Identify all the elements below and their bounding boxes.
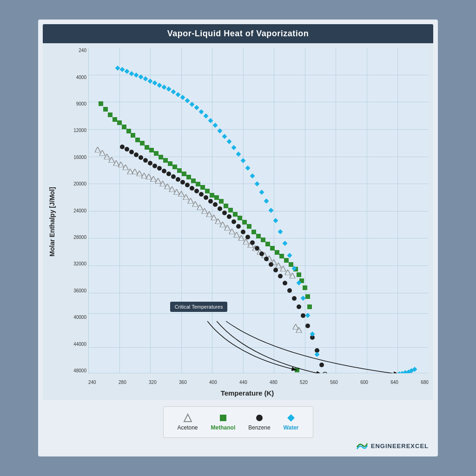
svg-rect-58 (159, 155, 163, 159)
svg-rect-66 (196, 182, 200, 186)
svg-rect-70 (214, 195, 219, 200)
data-point (199, 190, 204, 198)
plot-area-wrapper: Critical Temperatures (88, 43, 433, 378)
data-point (275, 248, 279, 257)
data-point (112, 115, 117, 124)
data-point (303, 284, 307, 292)
svg-point-95 (125, 147, 129, 152)
data-point (261, 236, 265, 244)
data-point (296, 279, 301, 287)
y-axis-label: Molar Enthalpy [J/Mol] (48, 187, 56, 256)
data-point (129, 148, 134, 156)
svg-marker-170 (259, 190, 264, 195)
data-point (287, 286, 292, 295)
svg-point-122 (250, 240, 255, 245)
data-point (305, 292, 310, 301)
data-point (145, 143, 149, 152)
data-point (120, 143, 125, 151)
svg-point-128 (278, 274, 283, 278)
data-point (282, 239, 287, 248)
svg-point-101 (152, 164, 157, 168)
svg-marker-177 (291, 266, 297, 271)
svg-rect-72 (224, 204, 228, 208)
data-point (208, 197, 213, 205)
chart-container: Vapor-Liquid Heat of Vaporization Molar … (38, 20, 438, 456)
svg-rect-71 (219, 199, 224, 204)
svg-rect-45 (99, 101, 103, 106)
data-point (412, 365, 417, 373)
data-point (143, 156, 148, 165)
svg-point-121 (245, 235, 250, 239)
svg-marker-178 (296, 280, 301, 285)
data-point (162, 167, 166, 175)
svg-rect-74 (233, 212, 238, 217)
svg-marker-166 (240, 158, 245, 163)
svg-point-130 (287, 288, 292, 293)
svg-point-107 (180, 180, 185, 185)
data-point (250, 238, 255, 247)
svg-rect-92 (307, 304, 312, 309)
data-point (171, 172, 176, 181)
data-point (287, 251, 292, 260)
data-point (291, 264, 297, 273)
data-point (270, 244, 275, 252)
data-point (278, 228, 283, 236)
svg-marker-174 (278, 229, 283, 234)
legend-icon-benzene (255, 413, 264, 423)
data-point (131, 131, 135, 139)
svg-marker-193 (287, 414, 295, 422)
data-point (264, 197, 269, 205)
svg-rect-57 (154, 151, 159, 156)
svg-rect-46 (103, 107, 108, 112)
data-point (125, 145, 129, 153)
data-point (222, 209, 227, 217)
svg-point-120 (241, 230, 245, 234)
svg-marker-165 (236, 152, 241, 157)
svg-rect-91 (305, 294, 310, 299)
data-point (148, 159, 152, 167)
data-point (296, 326, 302, 335)
svg-point-132 (297, 304, 301, 309)
data-point (149, 146, 154, 154)
data-point (122, 123, 126, 131)
svg-marker-167 (245, 165, 250, 171)
data-point (264, 255, 269, 263)
svg-point-106 (176, 177, 180, 182)
data-point (134, 151, 139, 159)
data-point (159, 153, 163, 161)
svg-point-138 (323, 372, 327, 373)
data-point (99, 99, 103, 108)
data-point (254, 180, 259, 188)
data-point (182, 170, 186, 178)
svg-marker-172 (268, 208, 273, 213)
svg-rect-80 (261, 238, 265, 242)
data-point (168, 159, 172, 168)
legend-item-benzene: Benzene (248, 413, 270, 431)
svg-point-117 (227, 214, 231, 219)
svg-point-137 (319, 363, 324, 367)
svg-rect-90 (303, 285, 307, 290)
svg-point-124 (259, 251, 264, 256)
data-point (245, 233, 250, 241)
data-point (166, 170, 171, 178)
legend-label-water: Water (284, 424, 299, 431)
branding: ENGINEEREXCEL (43, 440, 433, 452)
data-point (295, 366, 299, 373)
data-point (135, 136, 140, 144)
svg-rect-48 (112, 117, 117, 122)
data-point (163, 156, 168, 165)
svg-rect-77 (247, 224, 251, 229)
svg-point-134 (305, 324, 310, 328)
y-axis-label-container: Molar Enthalpy [J/Mol] (43, 43, 61, 400)
branding-text: ENGINEEREXCEL (371, 443, 429, 450)
data-point (103, 105, 108, 113)
svg-rect-191 (220, 415, 226, 421)
data-point (265, 240, 270, 248)
chart-inner: 48000 44000 40000 36000 32000 28000 2400… (61, 43, 433, 378)
svg-marker-190 (184, 414, 192, 422)
svg-marker-179 (301, 296, 306, 301)
data-point (126, 127, 131, 135)
svg-point-129 (283, 281, 287, 285)
data-point (176, 175, 180, 184)
svg-rect-64 (186, 175, 191, 179)
